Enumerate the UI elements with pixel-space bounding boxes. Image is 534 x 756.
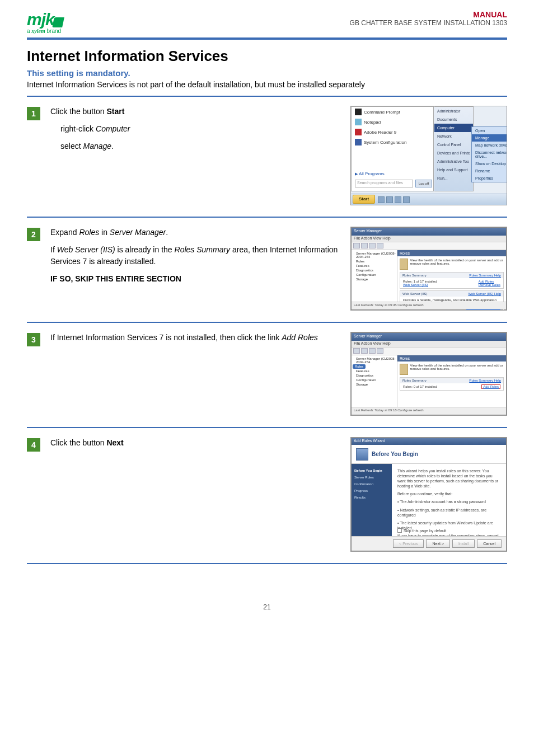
s2d: Server Manager — [110, 228, 166, 237]
sysconfig-icon — [355, 139, 362, 145]
tree-storage[interactable]: Storage — [353, 382, 396, 387]
wiz-skip-label: Skip this page by default — [404, 529, 446, 533]
window-title: Server Manager — [352, 333, 506, 341]
separator — [27, 563, 507, 564]
roles-webserver[interactable]: Web Server (IIS) — [403, 283, 437, 287]
right-admin[interactable]: Administrator — [434, 107, 473, 115]
s2i: Roles Summary — [175, 245, 231, 254]
roles-summary-help[interactable]: Roles Summary Help — [469, 274, 501, 277]
tree-storage[interactable]: Storage — [353, 277, 396, 281]
tree-configuration[interactable]: Configuration — [353, 378, 396, 382]
s1-l3c: . — [111, 142, 114, 151]
separator — [27, 427, 507, 428]
wiz-side-prog[interactable]: Progress — [354, 487, 389, 494]
search-input[interactable]: Search programs and files — [355, 180, 413, 187]
page-title: Internet Information Services — [27, 48, 507, 65]
status-bar: Last Refresh: Today at 09:18 Configure r… — [352, 407, 506, 415]
tree-features[interactable]: Features — [353, 264, 396, 268]
right-admin-tools[interactable]: Administrative Too — [434, 157, 473, 166]
s2h: is already in the — [115, 245, 175, 254]
right-control-panel[interactable]: Control Panel — [434, 140, 473, 149]
wiz-b1: • The Administrator account has a strong… — [397, 499, 500, 504]
right-run[interactable]: Run... — [434, 174, 473, 182]
wiz-side-res[interactable]: Results — [354, 494, 389, 501]
tree-features[interactable]: Features — [353, 369, 396, 373]
page-header: mjk a xylem brand MANUAL GB CHATTER BASE… — [27, 0, 507, 40]
remove-roles-link[interactable]: Remove Roles — [479, 283, 500, 287]
taskbar-tray — [378, 196, 410, 203]
roles-summary-title: Roles Summary — [402, 379, 427, 382]
tree-configuration[interactable]: Configuration — [353, 273, 396, 277]
menu-item-notepad[interactable]: Notepad — [364, 120, 381, 125]
wiz-side-byb[interactable]: Before You Begin — [354, 467, 389, 474]
roles-header: Roles — [397, 250, 506, 256]
manual-title: MANUAL — [350, 10, 507, 19]
ctx-map[interactable]: Map network drive... — [472, 142, 507, 149]
ctx-rename[interactable]: Rename — [472, 167, 507, 175]
tree-roles[interactable]: Roles — [353, 259, 396, 264]
s3b: Add Roles — [282, 333, 318, 342]
menu-item-command-prompt[interactable]: Command Prompt — [364, 110, 400, 115]
tree-roles-selected[interactable]: Roles — [353, 364, 366, 369]
wizard-head-icon — [356, 448, 368, 461]
tree-panel[interactable]: Server Manager (CU2008-2004-254 Roles Fe… — [352, 355, 397, 407]
ctx-disconnect[interactable]: Disconnect network drive... — [472, 149, 507, 160]
next-button[interactable]: Next > — [426, 539, 449, 548]
ctx-manage[interactable]: Manage — [472, 134, 507, 142]
status-bar: Last Refresh: Today at 09:35 Configure r… — [352, 302, 506, 309]
start-button[interactable]: Start — [353, 195, 375, 204]
all-programs[interactable]: All Programs — [355, 171, 385, 176]
screenshot-add-roles-wizard: Add Roles Wizard Before You Begin Before… — [350, 437, 507, 552]
right-devices[interactable]: Devices and Printe — [434, 149, 473, 157]
roles-icon — [400, 364, 408, 375]
tree-panel[interactable]: Server Manager (CU2008-2004-254 Roles Fe… — [352, 250, 397, 302]
wizard-sidebar: Before You Begin Server Roles Confirmati… — [352, 464, 392, 536]
checkbox-icon[interactable] — [397, 528, 402, 533]
s2c: in — [99, 228, 110, 237]
brand-main: mjk — [27, 10, 54, 29]
wiz-p1: This wizard helps you install roles on t… — [397, 468, 500, 489]
roles-summary-help[interactable]: Roles Summary Help — [469, 379, 501, 382]
ctx-properties[interactable]: Properties — [472, 175, 507, 182]
s2a: Expand — [50, 228, 79, 237]
step-3: 3 If Internet Information Services 7 is … — [27, 328, 507, 421]
ws-title: Web Server (IIS) — [402, 292, 428, 295]
cmd-icon — [355, 109, 362, 115]
screenshot-server-manager-addroles: Server Manager File Action View Help Ser… — [350, 332, 507, 416]
wiz-side-conf[interactable]: Confirmation — [354, 481, 389, 487]
ctx-open[interactable]: Open — [472, 127, 507, 134]
tree-root[interactable]: Server Manager (CU2008-2004-254 — [353, 356, 396, 364]
cancel-button[interactable]: Cancel — [477, 539, 502, 548]
adobe-icon — [355, 129, 362, 135]
tree-diagnostics[interactable]: Diagnostics — [353, 373, 396, 378]
right-network[interactable]: Network — [434, 132, 473, 140]
menu-item-adobe[interactable]: Adobe Reader 9 — [364, 130, 396, 135]
page-number: 21 — [27, 603, 507, 611]
tree-diagnostics[interactable]: Diagnostics — [353, 268, 396, 273]
right-help[interactable]: Help and Support — [434, 166, 473, 174]
right-computer[interactable]: Computer — [434, 124, 473, 132]
s2-skip-note: IF SO, SKIP THIS ENTIRE SECTION — [50, 274, 181, 283]
window-toolbar[interactable] — [352, 348, 506, 355]
s2g: Web Server (IIS) — [57, 245, 115, 254]
logoff-button[interactable]: Log off — [415, 180, 432, 187]
ctx-show-desktop[interactable]: Show on Desktop — [472, 160, 507, 167]
s1-l2b: Computer — [96, 124, 130, 133]
tree-root[interactable]: Server Manager (CU2008-2004-254 — [353, 251, 396, 259]
window-menu[interactable]: File Action View Help — [352, 341, 506, 348]
ws-help[interactable]: Web Server (IIS) Help — [468, 292, 501, 295]
add-roles-link-highlight[interactable]: Add Roles — [481, 384, 500, 389]
right-docs[interactable]: Documents — [434, 115, 473, 124]
roles-icon — [400, 259, 408, 270]
context-menu: Open Manage Map network drive... Disconn… — [471, 126, 507, 182]
subheading: This setting is mandatory. — [27, 68, 507, 78]
window-menu[interactable]: File Action View Help — [352, 236, 506, 242]
step-2: 2 Expand Roles in Server Manager. If Web… — [27, 223, 507, 316]
wiz-skip[interactable]: Skip this page by default — [397, 528, 446, 533]
wiz-side-sr[interactable]: Server Roles — [354, 474, 389, 481]
separator — [27, 96, 507, 97]
menu-item-sysconfig[interactable]: System Configuration — [364, 140, 406, 145]
s1-l1a: Click the button — [50, 107, 106, 116]
s1-l3b: Manage — [83, 142, 111, 151]
window-toolbar[interactable] — [352, 242, 506, 250]
